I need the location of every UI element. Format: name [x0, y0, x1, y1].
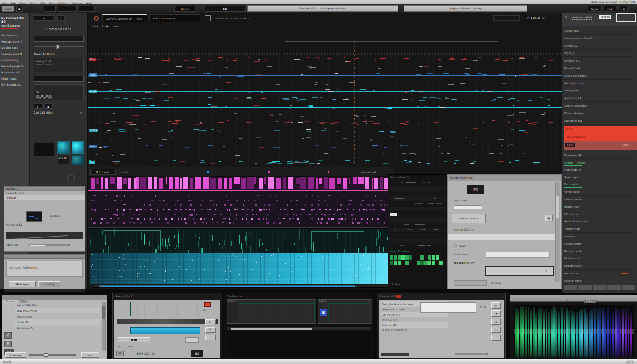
pattern-block[interactable]	[337, 178, 341, 184]
clip-segment[interactable]	[219, 161, 221, 162]
clip-segment[interactable]	[454, 163, 456, 164]
clip-segment[interactable]	[130, 105, 132, 106]
clip-segment[interactable]	[274, 130, 280, 131]
note-stroke[interactable]	[224, 240, 225, 246]
step-dot[interactable]	[258, 218, 260, 220]
clip-segment[interactable]	[155, 91, 160, 92]
step-dot[interactable]	[123, 209, 125, 211]
step-dot[interactable]	[182, 214, 183, 215]
thumb-4[interactable]	[72, 155, 84, 165]
clip-segment[interactable]	[328, 91, 333, 92]
clip-segment[interactable]	[482, 90, 484, 91]
preview-tile-dark[interactable]	[34, 142, 55, 156]
edit-icon[interactable]: ✎	[545, 269, 547, 273]
device-row[interactable]: Limiter L2	[564, 43, 635, 50]
p5-title[interactable]: Spectrum	[567, 300, 578, 303]
step-dot[interactable]	[133, 222, 135, 224]
clip-segment[interactable]	[292, 162, 294, 163]
clip-segment[interactable]	[105, 74, 107, 75]
pattern-block[interactable]	[288, 177, 293, 189]
clip-segment[interactable]	[427, 163, 429, 164]
step-dot[interactable]	[348, 200, 350, 201]
step-dot[interactable]	[93, 222, 96, 224]
clip-segment[interactable]	[168, 121, 172, 122]
step-dot[interactable]	[263, 218, 264, 220]
p2-btn-3[interactable]: ▾	[205, 335, 216, 340]
clip-segment[interactable]	[401, 145, 408, 146]
clip-segment[interactable]	[162, 84, 168, 85]
pattern-block[interactable]	[300, 177, 306, 189]
eq-box[interactable]: EQ	[191, 350, 203, 357]
step-dot[interactable]	[380, 204, 382, 206]
step-dot[interactable]	[196, 214, 197, 215]
clip-segment[interactable]	[236, 58, 237, 59]
step-dot[interactable]	[312, 195, 313, 196]
clip-segment[interactable]	[203, 73, 205, 74]
clip-segment[interactable]	[513, 114, 514, 115]
clip-segment[interactable]	[287, 161, 292, 162]
pattern-block[interactable]	[117, 177, 122, 189]
grid-icon[interactable]: ⊞	[116, 351, 124, 356]
step-dot[interactable]	[319, 209, 320, 210]
path-field[interactable]	[34, 76, 84, 82]
clip-segment[interactable]	[391, 136, 393, 137]
clip-segment[interactable]	[297, 98, 300, 99]
clip-segment[interactable]	[140, 105, 146, 106]
p2-btn-1[interactable]: ▸	[205, 319, 216, 325]
step-dot[interactable]	[329, 209, 331, 210]
device-row[interactable]: Percs wide	[564, 181, 635, 188]
step-dot[interactable]	[181, 209, 182, 210]
step-dot[interactable]	[375, 200, 376, 201]
p4-row[interactable]: Interval 45	[381, 322, 448, 328]
clip-segment[interactable]	[548, 60, 555, 61]
monitor-titlebar[interactable]: Monitor 7 ×	[4, 187, 85, 191]
step-dot[interactable]	[372, 204, 374, 206]
note-stroke[interactable]	[198, 241, 198, 248]
track-lane[interactable]	[88, 151, 562, 158]
clip-segment[interactable]	[437, 98, 441, 99]
step-dot[interactable]	[137, 218, 139, 220]
step-dot[interactable]	[355, 204, 355, 206]
clip-segment[interactable]	[309, 106, 313, 107]
clip-segment[interactable]	[424, 66, 429, 67]
step-dot[interactable]	[360, 222, 362, 223]
note-stroke[interactable]	[170, 243, 170, 247]
clip-segment[interactable]	[304, 121, 310, 122]
device-row[interactable]: Freeze buffer	[564, 240, 635, 247]
take-row[interactable]	[389, 217, 446, 222]
clip-segment[interactable]	[206, 73, 211, 74]
step-dot[interactable]	[109, 200, 110, 200]
device-row[interactable]: Compressor — Glue 2	[564, 35, 635, 42]
step-dot[interactable]	[300, 214, 302, 215]
clip-segment[interactable]	[306, 137, 311, 138]
clip-segment[interactable]	[416, 74, 421, 75]
step-dot[interactable]	[345, 218, 346, 220]
clip-segment[interactable]	[532, 74, 537, 75]
step-dot[interactable]	[214, 200, 215, 201]
track-label-chip[interactable]: Kick	[89, 58, 96, 61]
pattern-row-magenta[interactable]	[90, 177, 392, 190]
clip-segment[interactable]	[345, 160, 350, 161]
clip-segment[interactable]	[447, 153, 450, 154]
step-dot[interactable]	[205, 200, 206, 200]
track-label-chip[interactable]: Bass	[89, 145, 97, 148]
note-stroke[interactable]	[249, 233, 250, 234]
pattern-block[interactable]	[154, 177, 157, 189]
device-row[interactable]: Automation lanes	[564, 218, 635, 225]
track-label-chip[interactable]: Lead	[89, 90, 97, 93]
p4-slider[interactable]	[455, 353, 488, 355]
step-dot[interactable]	[129, 209, 131, 210]
clip-b-display[interactable]	[328, 303, 369, 322]
clip-segment[interactable]	[208, 97, 212, 98]
pattern-block[interactable]	[203, 177, 209, 189]
step-dot[interactable]	[213, 204, 214, 205]
step-dot[interactable]	[341, 218, 343, 220]
clip-segment[interactable]	[115, 161, 120, 162]
pattern-block[interactable]	[180, 178, 182, 189]
pattern-block[interactable]	[374, 178, 378, 189]
clip-segment[interactable]	[507, 115, 512, 116]
clip-segment[interactable]	[223, 146, 225, 147]
clip-segment[interactable]	[198, 130, 201, 131]
note-stroke[interactable]	[197, 241, 197, 244]
step-dot[interactable]	[178, 218, 179, 220]
